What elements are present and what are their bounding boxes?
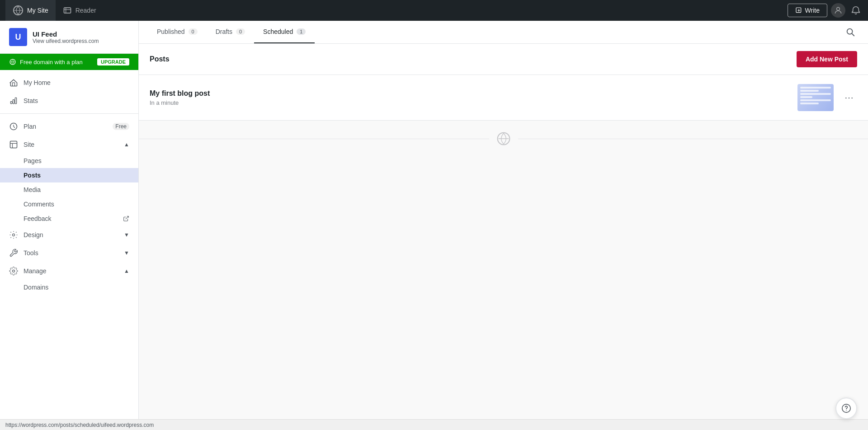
plan-label: Plan — [24, 123, 36, 130]
home-icon — [9, 78, 18, 87]
post-thumbnail — [797, 84, 834, 111]
tab-scheduled-count: 1 — [297, 28, 306, 35]
svg-rect-2 — [796, 8, 801, 13]
tools-icon — [9, 248, 18, 257]
sidebar-item-manage[interactable]: Manage ▲ — [0, 262, 138, 280]
upgrade-banner[interactable]: Free domain with a plan UPGRADE — [0, 54, 138, 70]
svg-point-10 — [13, 234, 15, 236]
status-url: https://wordpress.com/posts/scheduled/ui… — [5, 422, 154, 428]
tab-published[interactable]: Published 0 — [148, 21, 207, 43]
svg-rect-1 — [64, 8, 71, 13]
table-row[interactable]: My first blog post In a minute ⋯ — [139, 75, 868, 121]
wordpress-icon — [13, 5, 24, 16]
wordpress-watermark — [139, 121, 868, 157]
help-button[interactable] — [835, 397, 857, 419]
svg-point-3 — [837, 7, 840, 10]
upgrade-badge[interactable]: UPGRADE — [97, 58, 129, 65]
post-more-button[interactable]: ⋯ — [841, 90, 857, 105]
sidebar-item-my-home[interactable]: My Home — [0, 74, 138, 92]
sidebar-subitem-posts[interactable]: Posts — [0, 168, 138, 182]
post-info: My first blog post In a minute — [150, 89, 790, 106]
sidebar-item-site[interactable]: Site ▲ — [0, 136, 138, 154]
divider-1 — [0, 113, 138, 114]
svg-rect-6 — [13, 100, 14, 104]
sidebar-site-info: U UI Feed View uifeed.wordpress.com — [0, 21, 138, 54]
design-icon — [9, 230, 18, 239]
add-new-post-button[interactable]: Add New Post — [797, 51, 857, 67]
svg-point-11 — [13, 270, 15, 272]
help-icon — [841, 403, 851, 413]
design-chevron: ▼ — [124, 232, 129, 238]
design-label: Design — [24, 231, 43, 238]
my-home-label: My Home — [24, 79, 51, 86]
sidebar-subitem-feedback[interactable]: Feedback — [0, 211, 138, 226]
content-area: Published 0 Drafts 0 Scheduled 1 Posts A… — [139, 21, 868, 419]
svg-rect-5 — [10, 102, 12, 104]
sidebar-item-stats[interactable]: Stats — [0, 92, 138, 110]
top-nav-left: My Site Reader — [5, 0, 104, 21]
tab-scheduled-label: Scheduled — [263, 28, 293, 35]
tab-drafts[interactable]: Drafts 0 — [207, 21, 254, 43]
site-nav-icon — [9, 140, 18, 149]
tools-chevron: ▼ — [124, 250, 129, 256]
tab-published-count: 0 — [189, 28, 198, 35]
top-nav-right: Write — [788, 3, 863, 18]
write-button[interactable]: Write — [788, 4, 827, 17]
site-name: UI Feed — [33, 30, 99, 38]
sidebar: U UI Feed View uifeed.wordpress.com Free… — [0, 21, 139, 419]
stats-icon — [9, 96, 18, 105]
domain-icon — [9, 58, 16, 65]
posts-title: Posts — [150, 55, 170, 63]
top-nav: My Site Reader Write — [0, 0, 868, 21]
post-title: My first blog post — [150, 89, 790, 98]
plan-icon — [9, 122, 18, 131]
posts-header: Posts Add New Post — [139, 44, 868, 75]
tab-published-label: Published — [157, 28, 185, 35]
avatar[interactable] — [831, 3, 845, 18]
manage-chevron: ▲ — [124, 268, 129, 274]
post-meta: In a minute — [150, 99, 790, 106]
site-label: Site — [24, 141, 34, 148]
sidebar-item-plan[interactable]: Plan Free — [0, 117, 138, 136]
tab-drafts-count: 0 — [236, 28, 245, 35]
main-layout: U UI Feed View uifeed.wordpress.com Free… — [0, 21, 868, 419]
tools-label: Tools — [24, 249, 38, 257]
tab-drafts-label: Drafts — [216, 28, 232, 35]
wp-logo — [489, 131, 518, 146]
stats-label: Stats — [24, 97, 38, 104]
reader-nav[interactable]: Reader — [56, 0, 104, 21]
site-chevron-up: ▲ — [124, 141, 129, 148]
sidebar-nav: My Home Stats — [0, 70, 138, 419]
external-link-icon — [123, 215, 129, 222]
manage-label: Manage — [24, 267, 47, 275]
status-bar: https://wordpress.com/posts/scheduled/ui… — [0, 419, 868, 430]
sidebar-item-design[interactable]: Design ▼ — [0, 226, 138, 244]
svg-rect-9 — [10, 141, 17, 148]
tab-scheduled[interactable]: Scheduled 1 — [254, 21, 315, 43]
manage-icon — [9, 266, 18, 276]
site-url[interactable]: View uifeed.wordpress.com — [33, 38, 99, 44]
user-icon — [834, 6, 843, 15]
sidebar-subitem-pages[interactable]: Pages — [0, 154, 138, 168]
sidebar-subitem-comments[interactable]: Comments — [0, 197, 138, 211]
plan-badge: Free — [113, 123, 129, 130]
site-details: UI Feed View uifeed.wordpress.com — [33, 30, 99, 44]
my-site-nav[interactable]: My Site — [5, 0, 56, 21]
notifications-button[interactable] — [849, 4, 863, 17]
posts-list: My first blog post In a minute ⋯ — [139, 75, 868, 121]
search-button[interactable] — [842, 23, 859, 41]
bell-icon — [851, 5, 861, 15]
tabs-bar: Published 0 Drafts 0 Scheduled 1 — [139, 21, 868, 44]
sidebar-subitem-domains[interactable]: Domains — [0, 280, 138, 294]
site-icon: U — [9, 28, 27, 46]
sidebar-item-tools[interactable]: Tools ▼ — [0, 244, 138, 262]
sidebar-subitem-media[interactable]: Media — [0, 182, 138, 197]
svg-point-15 — [846, 410, 846, 411]
reader-icon — [63, 6, 72, 15]
search-icon — [845, 27, 855, 37]
edit-icon — [795, 7, 802, 14]
svg-rect-7 — [15, 98, 16, 103]
